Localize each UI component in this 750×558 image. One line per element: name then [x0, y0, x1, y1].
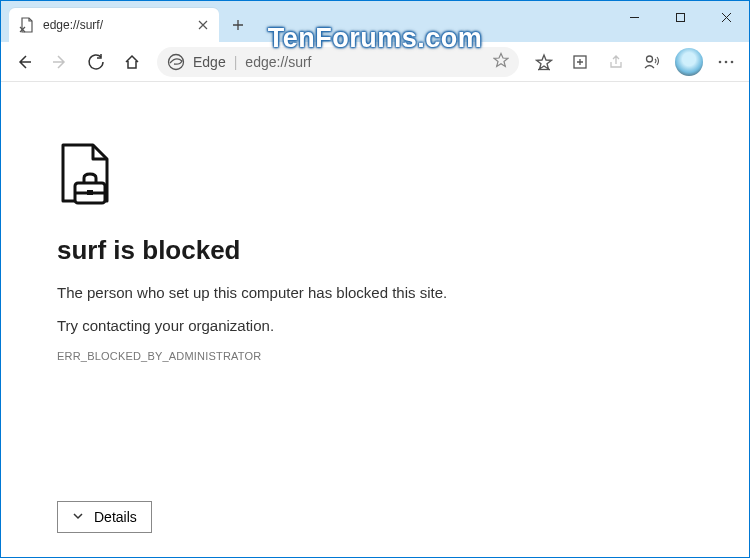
address-url: edge://surf: [245, 54, 311, 70]
address-divider: |: [234, 54, 238, 70]
titlebar: edge://surf/: [1, 1, 749, 42]
new-tab-button[interactable]: [223, 10, 253, 40]
error-message-1: The person who set up this computer has …: [57, 284, 749, 301]
share-button[interactable]: [599, 45, 633, 79]
error-code: ERR_BLOCKED_BY_ADMINISTRATOR: [57, 350, 749, 362]
details-label: Details: [94, 509, 137, 525]
home-button[interactable]: [115, 45, 149, 79]
profile-avatar[interactable]: [675, 48, 703, 76]
back-button[interactable]: [7, 45, 41, 79]
menu-button[interactable]: [709, 45, 743, 79]
read-aloud-button[interactable]: [635, 45, 669, 79]
collections-button[interactable]: [563, 45, 597, 79]
address-bar[interactable]: Edge | edge://surf: [157, 47, 519, 77]
minimize-button[interactable]: [611, 1, 657, 33]
forward-button[interactable]: [43, 45, 77, 79]
tab-strip: edge://surf/: [1, 1, 611, 42]
tab-close-button[interactable]: [195, 17, 211, 33]
window-controls: [611, 1, 749, 33]
toolbar: Edge | edge://surf: [1, 42, 749, 82]
edge-logo-icon: [167, 53, 185, 71]
refresh-button[interactable]: [79, 45, 113, 79]
svg-rect-2: [676, 13, 684, 21]
error-message-2: Try contacting your organization.: [57, 317, 749, 334]
svg-point-7: [719, 60, 722, 63]
chevron-down-icon: [72, 509, 84, 525]
svg-point-9: [731, 60, 734, 63]
blocked-briefcase-icon: [57, 143, 113, 207]
error-heading: surf is blocked: [57, 235, 749, 266]
svg-point-8: [725, 60, 728, 63]
tab-title: edge://surf/: [43, 18, 195, 32]
close-window-button[interactable]: [703, 1, 749, 33]
svg-point-6: [647, 56, 653, 62]
maximize-button[interactable]: [657, 1, 703, 33]
favorites-button[interactable]: [527, 45, 561, 79]
details-button[interactable]: Details: [57, 501, 152, 533]
favorite-star-icon[interactable]: [493, 52, 509, 71]
page-content: surf is blocked The person who set up th…: [1, 83, 749, 557]
browser-tab[interactable]: edge://surf/: [9, 8, 219, 42]
blocked-page-icon: [19, 17, 35, 33]
address-prefix: Edge: [193, 54, 226, 70]
